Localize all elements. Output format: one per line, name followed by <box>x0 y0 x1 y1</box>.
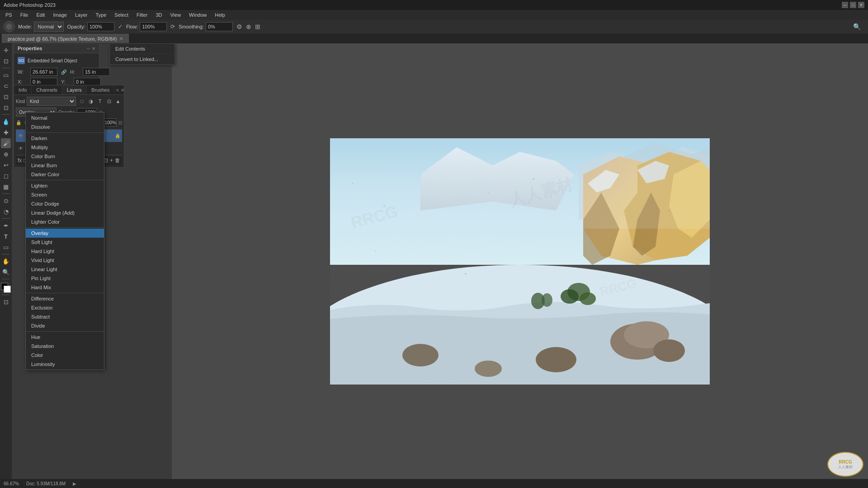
hand-tool[interactable]: ✋ <box>1 256 11 266</box>
menu-3d[interactable]: 3D <box>152 11 165 19</box>
blend-option-hue[interactable]: Hue <box>26 333 104 342</box>
mode-select[interactable]: Normal <box>34 22 64 32</box>
blend-option-lighten[interactable]: Lighten <box>26 181 104 190</box>
menu-help[interactable]: Help <box>211 11 229 19</box>
blend-option-lighter-color[interactable]: Lighter Color <box>26 217 104 226</box>
blend-option-darken[interactable]: Darken <box>26 134 104 143</box>
blend-option-difference[interactable]: Difference <box>26 294 104 303</box>
properties-minimize-icon[interactable]: ─ <box>87 46 90 51</box>
convert-to-linked-item[interactable]: Convert to Linked... <box>110 54 175 65</box>
menu-type[interactable]: Type <box>92 11 110 19</box>
menu-ps[interactable]: PS <box>2 11 16 19</box>
lasso-tool[interactable]: ⊂ <box>1 81 11 91</box>
adjustment-icon[interactable]: ◑ <box>87 97 95 105</box>
blend-option-vivid-light[interactable]: Vivid Light <box>26 256 104 265</box>
brush-tool[interactable]: 🖌 <box>1 138 11 148</box>
blend-option-linear-dodge[interactable]: Linear Dodge (Add) <box>26 208 104 217</box>
layer-eye-0[interactable]: 👁 <box>18 133 24 139</box>
shape-tool[interactable]: ▭ <box>1 242 11 252</box>
new-layer-button[interactable]: + <box>110 157 113 164</box>
dodge-tool[interactable]: ◔ <box>1 206 11 216</box>
tab-layers[interactable]: Layers <box>62 85 87 94</box>
link-icon[interactable]: 🔗 <box>61 70 66 75</box>
blend-option-luminosity[interactable]: Luminosity <box>26 360 104 369</box>
panel-flyout-icon[interactable]: ≡ <box>116 88 119 93</box>
blur-tool[interactable]: ⊙ <box>1 196 11 206</box>
scroll-arrow-right[interactable]: ▶ <box>73 481 76 486</box>
clone-tool[interactable]: ⊕ <box>1 149 11 159</box>
history-brush-tool[interactable]: ↩ <box>1 160 11 170</box>
blend-option-saturation[interactable]: Saturation <box>26 342 104 351</box>
blend-option-color-dodge[interactable]: Color Dodge <box>26 199 104 208</box>
marquee-tool[interactable]: ▭ <box>1 70 11 80</box>
blend-option-hard-mix[interactable]: Hard Mix <box>26 283 104 292</box>
blend-option-color[interactable]: Color <box>26 351 104 360</box>
smoothing-option: Smoothing: <box>179 22 233 31</box>
move-tool[interactable]: ✛ <box>1 45 11 55</box>
object-selection-tool[interactable]: ⊡ <box>1 92 11 102</box>
smart-filter-icon[interactable]: ⊡ <box>105 97 113 105</box>
h-input[interactable] <box>83 68 110 76</box>
blend-option-subtract[interactable]: Subtract <box>26 312 104 321</box>
blend-option-darker-color[interactable]: Darker Color <box>26 170 104 179</box>
blend-option-soft-light[interactable]: Soft Light <box>26 238 104 247</box>
blend-option-exclusion[interactable]: Exclusion <box>26 303 104 312</box>
blend-option-screen[interactable]: Screen <box>26 190 104 199</box>
blend-option-overlay[interactable]: Overlay <box>26 229 104 238</box>
tab-info[interactable]: Info <box>14 85 32 94</box>
type-layer-icon[interactable]: T <box>96 97 104 105</box>
document-tab[interactable]: practice.psd @ 66.7% (Speckle Texture, R… <box>2 34 129 43</box>
menu-select[interactable]: Select <box>111 11 132 19</box>
foreground-color[interactable] <box>1 283 11 293</box>
menu-layer[interactable]: Layer <box>71 11 91 19</box>
blend-option-linear-light[interactable]: Linear Light <box>26 265 104 274</box>
blend-option-multiply[interactable]: Multiply <box>26 143 104 152</box>
gear-icon[interactable]: ⚙ <box>236 23 242 30</box>
blend-option-hard-light[interactable]: Hard Light <box>26 247 104 256</box>
kind-select[interactable]: Kind <box>27 97 76 106</box>
pen-tool[interactable]: ✒ <box>1 221 11 230</box>
pixel-layer-icon[interactable]: □ <box>78 97 86 105</box>
blend-option-normal[interactable]: Normal <box>26 113 104 122</box>
panel-close-icon[interactable]: ✕ <box>121 88 124 93</box>
menu-image[interactable]: Image <box>49 11 71 19</box>
smoothing-input[interactable] <box>206 22 233 31</box>
blend-option-pin-light[interactable]: Pin Light <box>26 274 104 283</box>
edit-contents-item[interactable]: Edit Contents <box>110 44 175 54</box>
close-button[interactable]: ✕ <box>858 2 864 8</box>
maximize-button[interactable]: □ <box>850 2 856 8</box>
symmetry-icon[interactable]: ⊕ <box>246 23 251 30</box>
zoom-tool[interactable]: 🔍 <box>1 267 11 277</box>
artboard-tool[interactable]: ⊡ <box>1 56 11 66</box>
opacity-input[interactable] <box>87 22 114 31</box>
gradient-tool[interactable]: ▦ <box>1 182 11 192</box>
menu-window[interactable]: Window <box>185 11 210 19</box>
search-icon[interactable]: 🔍 <box>853 23 861 30</box>
blend-option-linear-burn[interactable]: Linear Burn <box>26 161 104 170</box>
type-tool[interactable]: T <box>1 231 11 241</box>
healing-tool[interactable]: ✚ <box>1 127 11 137</box>
tab-channels[interactable]: Channels <box>32 85 62 94</box>
menu-file[interactable]: File <box>17 11 32 19</box>
w-input[interactable] <box>30 68 57 76</box>
layer-effects-button[interactable]: fx <box>18 157 22 164</box>
eyedropper-tool[interactable]: 💧 <box>1 117 11 127</box>
menu-edit[interactable]: Edit <box>33 11 48 19</box>
eraser-tool[interactable]: ◻ <box>1 171 11 181</box>
layer-eye-1[interactable]: 👁 <box>18 145 24 152</box>
blend-option-divide[interactable]: Divide <box>26 321 104 330</box>
brush-extra-icon[interactable]: ⊞ <box>255 23 260 30</box>
vector-mask-icon[interactable]: ▲ <box>114 97 122 105</box>
quick-mask-mode[interactable]: ⊡ <box>1 297 11 307</box>
properties-close-icon[interactable]: ✕ <box>92 46 95 51</box>
minimize-button[interactable]: ─ <box>842 2 848 8</box>
tab-close-icon[interactable]: ✕ <box>119 36 123 41</box>
menu-filter[interactable]: Filter <box>133 11 151 19</box>
menu-view[interactable]: View <box>166 11 184 19</box>
blend-option-color-burn[interactable]: Color Burn <box>26 152 104 161</box>
delete-layer-button[interactable]: 🗑 <box>115 157 120 164</box>
crop-tool[interactable]: ⊡ <box>1 103 11 113</box>
blend-option-dissolve[interactable]: Dissolve <box>26 122 104 131</box>
tab-brushes[interactable]: Brushes <box>87 85 114 94</box>
flow-input[interactable] <box>140 22 167 31</box>
